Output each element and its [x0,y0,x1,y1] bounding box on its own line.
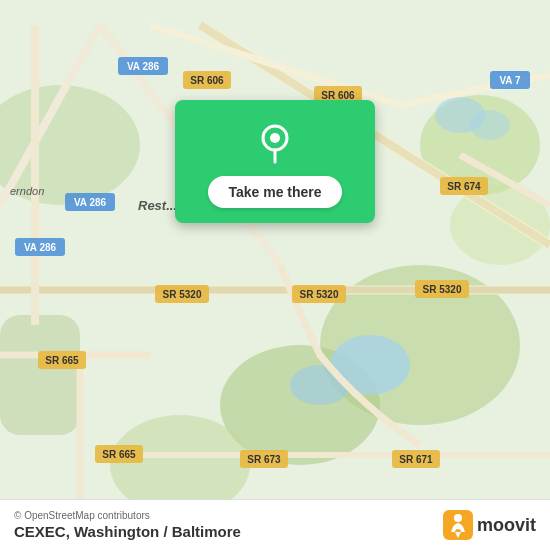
copyright-text: © OpenStreetMap contributors [14,510,241,521]
svg-text:VA 286: VA 286 [74,197,107,208]
svg-point-59 [454,514,462,522]
svg-text:SR 5320: SR 5320 [423,284,462,295]
svg-rect-7 [0,315,80,435]
svg-text:SR 606: SR 606 [190,75,224,86]
svg-text:SR 674: SR 674 [447,181,481,192]
map-background: VA 286 VA 286 VA 286 SR 606 SR 606 VA 7 … [0,0,550,550]
svg-text:SR 671: SR 671 [399,454,433,465]
location-info: © OpenStreetMap contributors CEXEC, Wash… [14,510,241,540]
svg-text:SR 673: SR 673 [247,454,281,465]
map-pin-icon [253,120,297,164]
svg-text:erndon: erndon [10,185,44,197]
svg-point-11 [470,110,510,140]
svg-text:VA 286: VA 286 [24,242,57,253]
svg-text:SR 5320: SR 5320 [163,289,202,300]
svg-text:SR 665: SR 665 [102,449,136,460]
moovit-text: moovit [477,515,536,536]
bottom-bar: © OpenStreetMap contributors CEXEC, Wash… [0,499,550,550]
svg-text:VA 286: VA 286 [127,61,160,72]
location-title: CEXEC, Washington / Baltimore [14,523,241,540]
svg-point-9 [290,365,350,405]
take-me-there-button[interactable]: Take me there [208,176,341,208]
moovit-logo: moovit [443,510,536,540]
location-card: Take me there [175,100,375,223]
svg-text:VA 7: VA 7 [499,75,521,86]
svg-text:SR 5320: SR 5320 [300,289,339,300]
svg-text:Rest...: Rest... [138,198,177,213]
map-container: VA 286 VA 286 VA 286 SR 606 SR 606 VA 7 … [0,0,550,550]
moovit-logo-icon [443,510,473,540]
svg-text:SR 665: SR 665 [45,355,79,366]
svg-point-56 [270,133,280,143]
